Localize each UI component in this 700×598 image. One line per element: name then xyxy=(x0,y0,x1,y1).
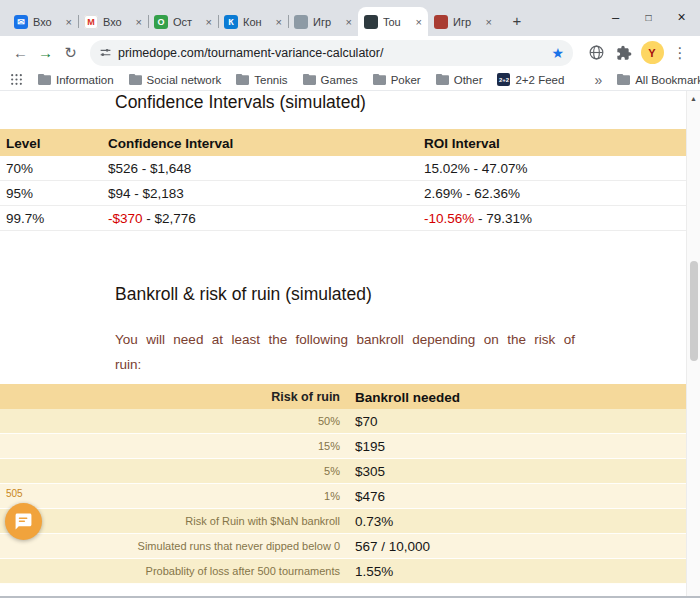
minimize-button[interactable]: – xyxy=(599,0,632,34)
table-row: Simulated runs that never dipped below 0… xyxy=(0,534,686,559)
tab-close-icon[interactable]: × xyxy=(486,16,492,28)
column-header-roi-interval: ROI Interval xyxy=(424,135,500,150)
risk-label: 50% xyxy=(0,415,340,427)
tab-favicon-icon: К xyxy=(224,15,238,29)
address-bar[interactable]: primedope.com/tournament-variance-calcul… xyxy=(90,40,573,66)
bookmarks-overflow-chevron-icon[interactable]: » xyxy=(594,72,602,88)
bookmark-folder-poker[interactable]: Poker xyxy=(373,74,421,86)
table-row: 99.7% -$370 - $2,776 -10.56% - 79.31% xyxy=(0,206,686,231)
folder-icon xyxy=(129,74,142,85)
browser-tab[interactable]: ✉ Вхо × xyxy=(8,7,78,36)
bankroll-value: $305 xyxy=(355,464,385,479)
back-icon[interactable]: ← xyxy=(8,40,33,65)
browser-tab-active[interactable]: Tou × xyxy=(358,7,428,36)
tab-close-icon[interactable]: × xyxy=(206,16,212,28)
close-window-button[interactable]: × xyxy=(665,0,698,34)
level-cell: 70% xyxy=(6,161,33,176)
tab-strip: ✉ Вхо × M Вхо × О Ост × К Кон × Игр × To… xyxy=(0,0,700,36)
tab-favicon-icon xyxy=(294,15,308,29)
folder-icon xyxy=(38,74,51,85)
bookmark-folder-social-network[interactable]: Social network xyxy=(129,74,222,86)
column-header-bankroll-needed: Bankroll needed xyxy=(355,389,460,404)
tab-close-icon[interactable]: × xyxy=(136,16,142,28)
bankroll-value: $70 xyxy=(355,414,378,429)
table-row: 95% $94 - $2,183 2.69% - 62.36% xyxy=(0,181,686,206)
risk-label: 1% xyxy=(0,490,340,502)
table-row: 5% $305 xyxy=(0,459,686,484)
roi-interval-cell: -10.56% - 79.31% xyxy=(424,211,532,226)
folder-icon xyxy=(436,74,449,85)
roi-interval-cell: 2.69% - 62.36% xyxy=(424,186,520,201)
tab-close-icon[interactable]: × xyxy=(346,16,352,28)
tab-title: Вхо xyxy=(103,16,134,28)
tab-title: Tou xyxy=(383,16,414,28)
confidence-intervals-table: Level Confidence Interval ROI Interval 7… xyxy=(0,129,686,231)
tab-close-icon[interactable]: × xyxy=(416,16,422,28)
bookmark-star-icon[interactable]: ★ xyxy=(551,45,564,61)
table-header-row: Level Confidence Interval ROI Interval xyxy=(0,129,686,156)
confidence-interval-cell: $526 - $1,648 xyxy=(108,161,191,176)
risk-label: Risk of Ruin with $NaN bankroll xyxy=(0,515,340,527)
browser-tab[interactable]: Игр × xyxy=(288,7,358,36)
folder-icon xyxy=(236,74,249,85)
tab-favicon-mail-icon: ✉ xyxy=(14,15,28,29)
bankroll-heading: Bankroll & risk of ruin (simulated) xyxy=(115,284,372,305)
window-controls: – □ × xyxy=(599,0,698,34)
scrollbar-thumb[interactable] xyxy=(690,261,698,361)
risk-label: Simulated runs that never dipped below 0 xyxy=(0,540,340,552)
risk-label: 15% xyxy=(0,440,340,452)
column-header-level: Level xyxy=(6,135,41,150)
level-cell: 95% xyxy=(6,186,33,201)
new-tab-button[interactable]: + xyxy=(504,7,530,33)
bankroll-value: $195 xyxy=(355,439,385,454)
bankroll-table: Risk of ruin Bankroll needed 50% $70 15%… xyxy=(0,384,686,584)
browser-tab[interactable]: Игр × xyxy=(428,7,498,36)
maximize-button[interactable]: □ xyxy=(632,0,665,34)
url-text[interactable]: primedope.com/tournament-variance-calcul… xyxy=(118,46,551,60)
bankroll-value: $476 xyxy=(355,489,385,504)
risk-label: 5% xyxy=(0,465,340,477)
extensions-puzzle-icon[interactable] xyxy=(612,41,636,65)
reload-icon[interactable]: ↻ xyxy=(58,40,83,65)
table-row: 15% $195 xyxy=(0,434,686,459)
bookmark-2plus2-feed[interactable]: 2+2 2+2 Feed xyxy=(497,73,564,86)
forward-icon[interactable]: → xyxy=(33,40,58,65)
vertical-scrollbar[interactable]: ▲ xyxy=(686,91,700,596)
bankroll-intro-text: You will need at least the following ban… xyxy=(115,327,575,377)
confidence-interval-cell: -$370 - $2,776 xyxy=(108,211,196,226)
tab-title: Вхо xyxy=(33,16,64,28)
folder-icon xyxy=(617,74,630,85)
chat-widget-button[interactable] xyxy=(5,503,42,540)
profile-avatar[interactable]: Y xyxy=(640,41,664,65)
browser-tab[interactable]: К Кон × xyxy=(218,7,288,36)
site-info-icon[interactable] xyxy=(99,46,112,59)
tab-title: Кон xyxy=(243,16,274,28)
table-row: Probablity of loss after 500 tournaments… xyxy=(0,559,686,584)
bankroll-value: 1.55% xyxy=(355,564,393,579)
line-marker-505: 505 xyxy=(6,488,23,499)
browser-tab[interactable]: О Ост × xyxy=(148,7,218,36)
table-row: 70% $526 - $1,648 15.02% - 47.07% xyxy=(0,156,686,181)
bookmark-folder-games[interactable]: Games xyxy=(303,74,358,86)
apps-grid-icon[interactable] xyxy=(10,73,23,86)
browser-menu-icon[interactable]: ⋮ xyxy=(668,41,692,65)
tab-close-icon[interactable]: × xyxy=(276,16,282,28)
bookmark-folder-tennis[interactable]: Tennis xyxy=(236,74,287,86)
table-row: 50% $70 xyxy=(0,409,686,434)
browser-tab[interactable]: M Вхо × xyxy=(78,7,148,36)
page-content: Confidence Intervals (simulated) Level C… xyxy=(0,91,700,596)
tab-favicon-icon xyxy=(434,15,448,29)
table-row: 1% $476 xyxy=(0,484,686,509)
2plus2-icon: 2+2 xyxy=(497,73,510,86)
globe-icon[interactable] xyxy=(584,41,608,65)
bookmark-folder-other[interactable]: Other xyxy=(436,74,483,86)
navigation-bar: ← → ↻ primedope.com/tournament-variance-… xyxy=(0,36,700,69)
scroll-up-arrow-icon[interactable]: ▲ xyxy=(687,91,700,106)
bookmark-folder-information[interactable]: Information xyxy=(38,74,114,86)
level-cell: 99.7% xyxy=(6,211,44,226)
all-bookmarks-folder[interactable]: All Bookmarks xyxy=(617,74,700,86)
bankroll-value: 567 / 10,000 xyxy=(355,539,430,554)
browser-window: ✉ Вхо × M Вхо × О Ост × К Кон × Игр × To… xyxy=(0,0,700,598)
tab-title: Ост xyxy=(173,16,204,28)
tab-close-icon[interactable]: × xyxy=(66,16,72,28)
